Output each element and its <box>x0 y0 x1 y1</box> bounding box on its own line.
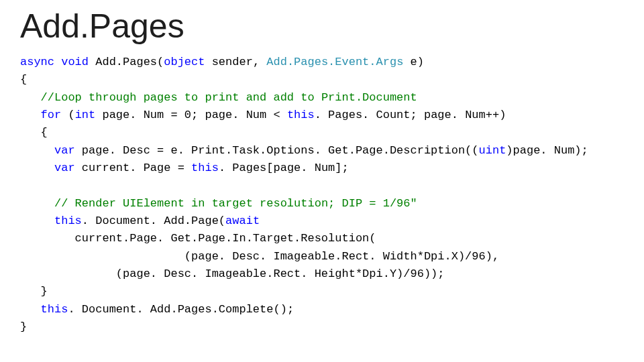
line-1: async void Add.Pages(object sender, Add.… <box>20 56 424 68</box>
keyword-int: int <box>75 109 96 121</box>
comment: //Loop through pages to print and add to… <box>41 91 417 104</box>
line-2: { <box>20 73 27 86</box>
slide: Add.Pages async void Add.Pages(object se… <box>0 0 644 337</box>
line-14: } <box>20 285 48 298</box>
line-9: // Render UIElement in target resolution… <box>20 197 417 210</box>
comment: // Render UIElement in target resolution… <box>54 197 417 210</box>
keyword-this: this <box>191 162 219 174</box>
line-10: this. Document. Add.Page(await <box>20 215 260 227</box>
keyword-uint: uint <box>479 144 506 157</box>
keyword-var: var <box>54 144 75 157</box>
code-block: async void Add.Pages(object sender, Add.… <box>20 54 624 337</box>
line-3: //Loop through pages to print and add to… <box>20 91 417 104</box>
keyword-async: async <box>20 56 54 68</box>
keyword-var: var <box>54 162 75 174</box>
line-16: } <box>20 320 27 333</box>
keyword-this: this <box>41 303 68 316</box>
line-6: var page. Desc = e. Print.Task.Options. … <box>20 144 588 157</box>
line-13: (page. Desc. Imageable.Rect. Height*Dpi.… <box>20 267 445 280</box>
line-7: var current. Page = this. Pages[page. Nu… <box>20 162 349 174</box>
line-12: (page. Desc. Imageable.Rect. Width*Dpi.X… <box>20 250 499 263</box>
keyword-object: object <box>164 56 205 68</box>
keyword-for: for <box>41 109 62 121</box>
keyword-this: this <box>54 215 82 227</box>
line-15: this. Document. Add.Pages.Complete(); <box>20 303 294 316</box>
keyword-this: this <box>287 109 315 121</box>
line-5: { <box>20 126 48 139</box>
keyword-void: void <box>61 56 89 68</box>
keyword-await: await <box>225 215 260 227</box>
line-11: current.Page. Get.Page.In.Target.Resolut… <box>20 232 376 245</box>
line-4: for (int page. Num = 0; page. Num < this… <box>20 109 506 121</box>
type-eventargs: Add.Pages.Event.Args <box>266 56 403 68</box>
slide-title: Add.Pages <box>20 7 624 46</box>
